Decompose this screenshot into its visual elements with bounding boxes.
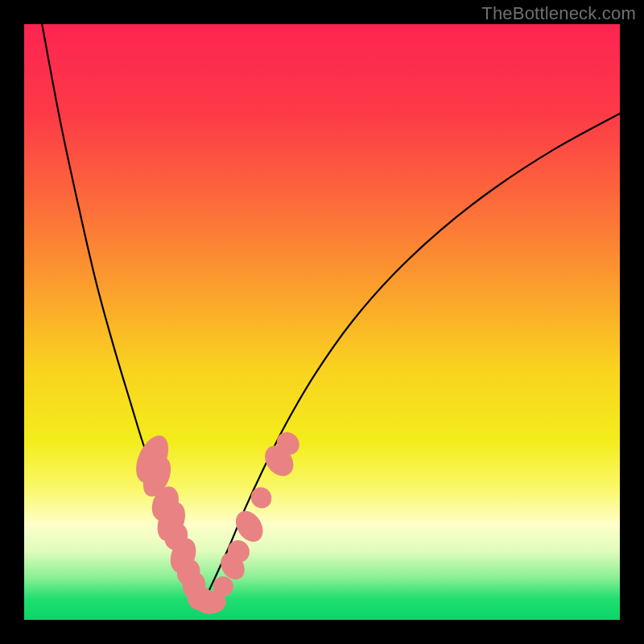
plot-area <box>24 24 620 620</box>
attribution-label: TheBottleneck.com <box>481 3 636 24</box>
plot-svg <box>24 24 620 620</box>
gradient-background <box>24 24 620 620</box>
outer-frame: TheBottleneck.com <box>0 0 644 644</box>
